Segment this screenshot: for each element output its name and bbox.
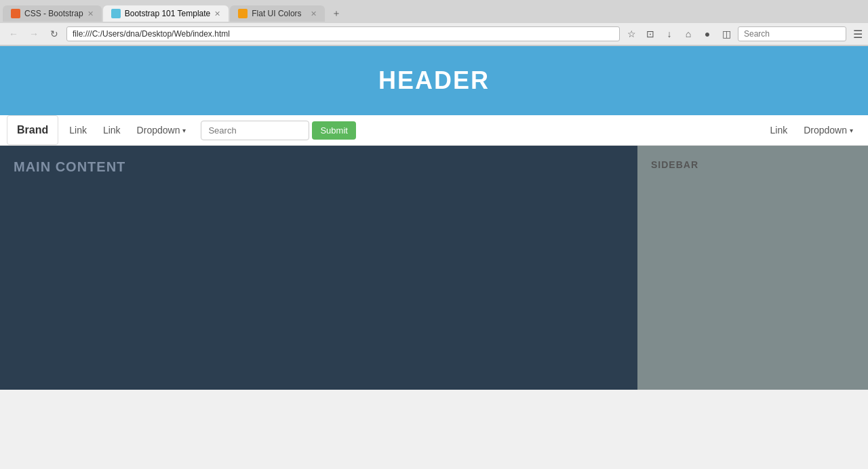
tab-label-2: Bootstrap 101 Template — [125, 9, 211, 18]
browser-search-input[interactable] — [738, 26, 846, 41]
bookmark-star-icon[interactable]: ☆ — [624, 26, 639, 41]
navbar-link-2[interactable]: Link — [95, 116, 129, 144]
sidebar: SIDEBAR — [637, 146, 868, 390]
navbar-right: Link Dropdown ▾ — [762, 116, 861, 144]
tab-favicon-1 — [11, 9, 20, 18]
tab-css-bootstrap[interactable]: CSS - Bootstrap ✕ — [3, 5, 102, 22]
webpage: HEADER Brand Link Link Dropdown ▾ Submit… — [0, 46, 868, 390]
navbar-search-input[interactable] — [201, 121, 309, 140]
navbar-right-dropdown[interactable]: Dropdown ▾ — [795, 116, 861, 144]
address-bar: ← → ↻ ☆ ⊡ ↓ ⌂ ● ◫ ☰ — [0, 23, 868, 45]
new-tab-button[interactable]: ＋ — [326, 4, 347, 23]
home-icon[interactable]: ⌂ — [681, 26, 696, 41]
navbar-dropdown-1-label: Dropdown — [137, 125, 180, 136]
navbar: Brand Link Link Dropdown ▾ Submit Link D… — [0, 115, 868, 146]
navbar-dropdown-1[interactable]: Dropdown ▾ — [129, 116, 195, 144]
dropdown-caret-1: ▾ — [182, 127, 186, 134]
tab-bootstrap-template[interactable]: Bootstrap 101 Template ✕ — [103, 5, 229, 22]
firefox-icon[interactable]: ● — [700, 26, 715, 41]
navbar-brand[interactable]: Brand — [7, 115, 58, 145]
dropdown-caret-2: ▾ — [850, 127, 853, 134]
navbar-link-1[interactable]: Link — [61, 116, 95, 144]
reader-mode-icon[interactable]: ⊡ — [643, 26, 658, 41]
main-content-label: MAIN CONTENT — [14, 159, 624, 175]
tab-bar: CSS - Bootstrap ✕ Bootstrap 101 Template… — [0, 0, 868, 23]
navbar-right-link[interactable]: Link — [762, 116, 795, 144]
tab-label-1: CSS - Bootstrap — [24, 9, 83, 18]
sidebar-label: SIDEBAR — [651, 159, 698, 170]
navbar-form: Submit — [201, 121, 355, 140]
toolbar-icons: ☆ ⊡ ↓ ⌂ ● ◫ — [624, 26, 734, 41]
tab-close-3[interactable]: ✕ — [311, 9, 317, 18]
tab-label-3: Flat UI Colors — [252, 9, 301, 18]
tab-close-2[interactable]: ✕ — [214, 9, 220, 18]
tab-favicon-2 — [111, 9, 121, 18]
content-area: MAIN CONTENT SIDEBAR — [0, 146, 868, 390]
forward-button[interactable]: → — [26, 26, 42, 42]
download-icon[interactable]: ↓ — [662, 26, 677, 41]
main-content: MAIN CONTENT — [0, 146, 637, 390]
tab-favicon-3 — [238, 9, 248, 18]
navbar-submit-button[interactable]: Submit — [312, 121, 355, 140]
tab-flat-ui[interactable]: Flat UI Colors ✕ — [230, 5, 325, 22]
navbar-right-dropdown-label: Dropdown — [804, 125, 847, 136]
menu-icon[interactable]: ☰ — [853, 28, 863, 41]
reload-button[interactable]: ↻ — [46, 26, 62, 42]
pocket-icon[interactable]: ◫ — [719, 26, 734, 41]
tab-close-1[interactable]: ✕ — [87, 9, 94, 18]
back-button[interactable]: ← — [5, 26, 22, 42]
header-title: HEADER — [14, 66, 854, 95]
site-header: HEADER — [0, 46, 868, 115]
url-field[interactable] — [66, 26, 620, 41]
browser-chrome: CSS - Bootstrap ✕ Bootstrap 101 Template… — [0, 0, 868, 46]
